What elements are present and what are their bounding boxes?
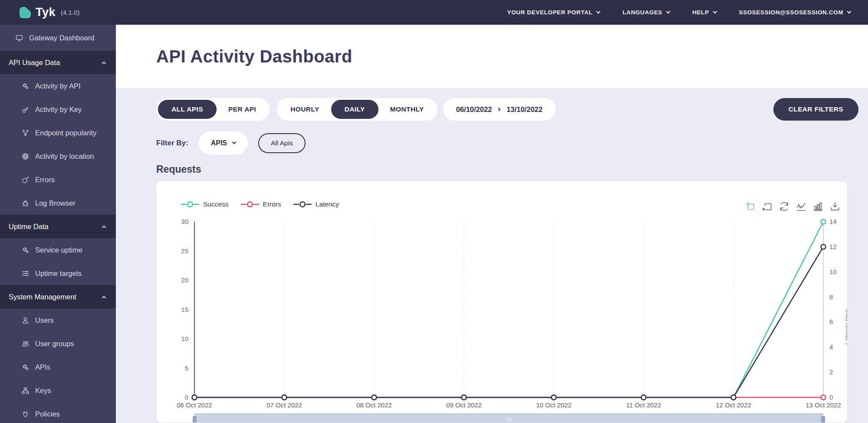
zoom-reset-icon[interactable]: [762, 201, 773, 212]
chevron-down-icon: [847, 10, 852, 14]
nav-item-ssosession-ssosession-com[interactable]: SSOSESSION@SSOSESSION.COM: [739, 9, 851, 16]
svg-text:0: 0: [185, 393, 188, 401]
sidebar-section-uptime-data[interactable]: Uptime Data: [0, 215, 116, 238]
svg-text:12: 12: [829, 243, 837, 250]
sidebar-section-label: Uptime Data: [9, 223, 49, 231]
apis-dropdown[interactable]: APIS: [199, 131, 248, 154]
segment-monthly[interactable]: MONTHLY: [378, 100, 436, 119]
legend-marker-icon: [181, 201, 200, 208]
requests-line-chart[interactable]: 05101520253002468101214Latency time06 Oc…: [156, 181, 847, 413]
gears-icon: [22, 82, 30, 89]
users-icon: [22, 340, 30, 347]
sidebar-item-policies[interactable]: Policies: [0, 402, 116, 423]
slider-grip-icon[interactable]: [506, 417, 512, 421]
svg-text:25: 25: [181, 247, 188, 255]
sidebar-item-activity-by-key[interactable]: Activity by Key: [0, 98, 116, 121]
user-icon: [22, 317, 30, 324]
svg-text:06 Oct 2022: 06 Oct 2022: [177, 401, 212, 409]
sidebar-item-label: Activity by Key: [35, 105, 82, 114]
granularity-toggle: HOURLYDAILYMONTHLY: [277, 98, 437, 121]
api-scope-toggle: ALL APISPER API: [156, 98, 270, 121]
sidebar-item-label: Activity by location: [35, 152, 94, 161]
svg-text:10: 10: [181, 335, 188, 342]
nav-item-your-developer-portal[interactable]: YOUR DEVELOPER PORTAL: [507, 9, 600, 16]
chevron-down-icon: [232, 140, 237, 144]
nav-item-label: YOUR DEVELOPER PORTAL: [507, 9, 593, 16]
svg-text:10 Oct 2022: 10 Oct 2022: [536, 401, 572, 409]
zoom-select-icon[interactable]: [745, 201, 756, 212]
requests-chart-card: 05101520253002468101214Latency time06 Oc…: [156, 181, 847, 423]
chevron-down-icon: [666, 10, 671, 14]
legend-item-latency[interactable]: Latency: [293, 200, 339, 208]
requests-heading: Requests: [156, 164, 868, 175]
sidebar-item-keys[interactable]: Keys: [0, 379, 116, 402]
legend-item-errors[interactable]: Errors: [240, 200, 281, 208]
legend-label: Latency: [316, 200, 339, 208]
sidebar-item-label: Users: [35, 316, 54, 325]
clear-filters-button[interactable]: CLEAR FILTERS: [773, 98, 858, 121]
line-chart-icon[interactable]: [796, 201, 806, 212]
sidebar-item-users[interactable]: Users: [0, 308, 116, 332]
sidebar-item-label: Endpoint popularity: [35, 129, 96, 137]
title-strip: API Activity Dashboard: [116, 25, 868, 88]
brand-version: (4.1.0): [61, 9, 79, 16]
download-icon[interactable]: [830, 201, 840, 212]
segment-all-apis[interactable]: ALL APIS: [158, 100, 217, 119]
brand-name: Tyk: [36, 6, 56, 19]
all-apis-chip[interactable]: All Apis: [258, 133, 306, 153]
bomb-icon: [22, 176, 30, 183]
legend-item-success[interactable]: Success: [181, 200, 229, 208]
cogs-icon: [22, 364, 30, 371]
monitor-icon: [16, 34, 23, 41]
bar-chart-icon[interactable]: [813, 201, 823, 212]
page-title: API Activity Dashboard: [156, 47, 352, 66]
svg-text:15: 15: [181, 306, 188, 313]
svg-text:6: 6: [829, 318, 833, 325]
topbar: Tyk (4.1.0) YOUR DEVELOPER PORTALLANGUAG…: [0, 0, 868, 25]
sidebar-item-errors[interactable]: Errors: [0, 168, 116, 191]
sidebar-item-label: Keys: [35, 387, 51, 395]
sidebar-item-uptime-targets[interactable]: Uptime targets: [0, 262, 116, 285]
date-range-picker[interactable]: 06/10/2022 13/10/2022: [443, 98, 556, 121]
segment-per-api[interactable]: PER API: [217, 100, 268, 119]
svg-text:8: 8: [829, 293, 833, 301]
datazoom-slider[interactable]: [194, 413, 823, 423]
segment-hourly[interactable]: HOURLY: [279, 100, 331, 119]
nav-item-help[interactable]: HELP: [692, 9, 716, 16]
sidebar-item-activity-by-api[interactable]: Activity by API: [0, 74, 116, 98]
sidebar-section-api-usage-data[interactable]: API Usage Data: [0, 51, 116, 74]
sitemap-icon: [22, 387, 30, 394]
sidebar-item-service-uptime[interactable]: Service uptime: [0, 238, 116, 262]
sidebar-item-user-groups[interactable]: User groups: [0, 332, 116, 355]
sidebar-item-label: Log Browser: [35, 199, 76, 207]
sidebar-item-log-browser[interactable]: Log Browser: [0, 191, 116, 215]
svg-text:09 Oct 2022: 09 Oct 2022: [446, 401, 482, 409]
nav-item-languages[interactable]: LANGUAGES: [622, 9, 670, 16]
restore-icon[interactable]: [779, 201, 789, 212]
legend-marker-icon: [293, 201, 312, 208]
svg-text:14: 14: [829, 218, 837, 225]
sidebar-item-label: APIs: [35, 363, 50, 371]
date-to: 13/10/2022: [506, 105, 542, 114]
svg-text:2: 2: [829, 368, 833, 376]
chevron-down-icon: [596, 10, 601, 14]
sidebar-item-label: Errors: [35, 176, 55, 184]
list-icon: [22, 270, 30, 277]
sidebar-section-system-management[interactable]: System Management: [0, 285, 116, 308]
sidebar-item-label: Service uptime: [35, 246, 82, 254]
segment-daily[interactable]: DAILY: [331, 100, 378, 119]
sidebar-section-label: API Usage Data: [9, 59, 60, 67]
sidebar-item-apis[interactable]: APIs: [0, 355, 116, 379]
sidebar-item-activity-by-location[interactable]: Activity by location: [0, 144, 116, 168]
branch-icon: [22, 129, 30, 136]
legend-label: Success: [203, 200, 229, 208]
content: ALL APISPER API HOURLYDAILYMONTHLY 06/10…: [116, 98, 868, 423]
chevron-up-icon: [102, 225, 106, 230]
svg-text:07 Oct 2022: 07 Oct 2022: [266, 401, 302, 409]
filter-by-row: Filter By: APIS All Apis: [156, 131, 868, 154]
svg-text:0: 0: [829, 393, 833, 401]
sidebar-item-gateway-dashboard[interactable]: Gateway Dashboard: [0, 25, 116, 51]
sidebar-item-endpoint-popularity[interactable]: Endpoint popularity: [0, 121, 116, 144]
gears-icon: [22, 246, 30, 253]
nav-item-label: HELP: [692, 9, 709, 16]
